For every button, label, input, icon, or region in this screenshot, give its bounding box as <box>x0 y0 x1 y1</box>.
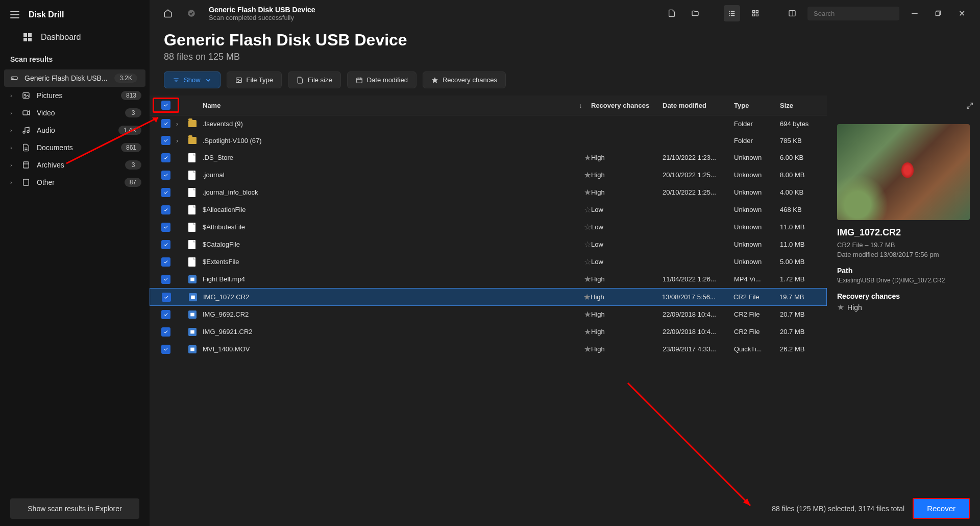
size-value: 26.2 MB <box>780 345 821 353</box>
sidebar-dashboard[interactable]: Dashboard <box>0 26 150 49</box>
sidebar-device-item[interactable]: Generic Flash Disk USB... 3.2K <box>4 69 145 87</box>
type-value: Unknown <box>734 188 780 196</box>
rc-value: High <box>847 303 862 312</box>
col-name[interactable]: Name <box>203 102 579 109</box>
row-checkbox[interactable] <box>161 345 170 354</box>
svg-rect-0 <box>11 77 17 79</box>
table-row[interactable]: $CatalogFile ☆ Low Unknown 11.0 MB <box>150 236 827 253</box>
row-checkbox[interactable] <box>161 327 170 337</box>
recovery-filter[interactable]: Recovery chances <box>423 71 506 88</box>
expand-icon[interactable]: › <box>176 137 178 145</box>
search-box[interactable] <box>807 7 899 20</box>
menu-icon[interactable] <box>10 11 19 18</box>
table-row[interactable]: IMG_9692.CR2 ★ High 22/09/2018 10:4... C… <box>150 306 827 323</box>
document-icon <box>188 153 195 162</box>
maximize-button[interactable] <box>930 5 946 21</box>
row-checkbox[interactable] <box>161 153 170 162</box>
show-filter-button[interactable]: Show <box>164 71 220 88</box>
media-file-icon <box>188 310 197 319</box>
sidebar-footer: Show scan results in Explorer <box>0 491 150 526</box>
table-row[interactable]: .DS_Store ★ High 21/10/2022 1:23... Unkn… <box>150 149 827 166</box>
row-checkbox[interactable] <box>161 136 170 145</box>
table-row[interactable]: MVI_1400.MOV ★ High 23/09/2017 4:33... Q… <box>150 341 827 358</box>
sidebar-category-audio[interactable]: › Audio 1.4K <box>0 122 150 139</box>
recover-button[interactable]: Recover <box>913 498 970 519</box>
row-checkbox[interactable] <box>161 205 170 214</box>
type-value: Unknown <box>734 258 780 266</box>
file-name: IMG_9692.CR2 <box>203 310 579 318</box>
file-icon[interactable] <box>664 5 680 21</box>
grid-view-icon[interactable] <box>747 5 764 21</box>
expand-icon[interactable]: › <box>176 120 178 128</box>
show-label: Show <box>184 76 201 84</box>
date-value: 13/08/2017 5:56... <box>662 293 733 301</box>
table-row[interactable]: IMG_1072.CR2 ★ High 13/08/2017 5:56... C… <box>150 288 827 306</box>
table-row[interactable]: › .Spotlight-V100 (67) Folder 785 KB <box>150 132 827 149</box>
category-label: Pictures <box>37 91 115 100</box>
size-value: 5.00 MB <box>780 258 821 266</box>
row-checkbox[interactable] <box>161 119 170 128</box>
table-row[interactable]: Fight Bell.mp4 ★ High 11/04/2022 1:26...… <box>150 271 827 288</box>
show-in-explorer-button[interactable]: Show scan results in Explorer <box>10 498 139 519</box>
document-icon <box>188 188 195 197</box>
table-row[interactable]: $ExtentsFile ☆ Low Unknown 5.00 MB <box>150 253 827 271</box>
chevron-right-icon: › <box>10 179 15 185</box>
row-checkbox[interactable] <box>161 188 170 197</box>
table-row[interactable]: .journal_info_block ★ High 20/10/2022 1:… <box>150 184 827 201</box>
size-value: 19.7 MB <box>779 293 820 301</box>
table-row[interactable]: IMG_96921.CR2 ★ High 22/09/2018 10:4... … <box>150 323 827 341</box>
row-checkbox[interactable] <box>161 223 170 232</box>
date-filter[interactable]: Date modified <box>347 71 416 88</box>
media-file-icon <box>189 293 197 301</box>
file-name: .fseventsd (9) <box>203 120 579 128</box>
svg-rect-12 <box>23 179 29 185</box>
expand-icon[interactable] <box>966 102 974 112</box>
svg-rect-24 <box>789 11 795 16</box>
col-recovery[interactable]: Recovery chances <box>591 102 663 109</box>
file-type-filter[interactable]: File Type <box>227 71 282 88</box>
sidebar-category-documents[interactable]: › Documents 861 <box>0 139 150 156</box>
sidebar-category-other[interactable]: › Other 87 <box>0 174 150 191</box>
sort-icon[interactable]: ↓ <box>579 102 591 109</box>
topbar-title-group: Generic Flash Disk USB Device Scan compl… <box>209 6 315 21</box>
table-row[interactable]: $AllocationFile ☆ Low Unknown 468 KB <box>150 201 827 219</box>
device-label: Generic Flash Disk USB... <box>24 74 108 82</box>
close-button[interactable]: ✕ <box>953 5 970 21</box>
table-row[interactable]: › .fseventsd (9) Folder 694 bytes <box>150 115 827 132</box>
col-type[interactable]: Type <box>734 102 780 109</box>
recovery-value: High <box>591 328 663 336</box>
panel-icon[interactable] <box>784 5 800 21</box>
recovery-value: High <box>591 345 663 353</box>
table-row[interactable]: $AttributesFile ☆ Low Unknown 11.0 MB <box>150 219 827 236</box>
svg-rect-20 <box>753 11 755 13</box>
svg-rect-18 <box>729 15 730 16</box>
table-header: Name ↓ Recovery chances Date modified Ty… <box>150 95 827 115</box>
svg-rect-40 <box>190 277 194 281</box>
row-checkbox[interactable] <box>161 240 170 249</box>
row-checkbox[interactable] <box>161 257 170 267</box>
star-icon: ★ <box>583 293 591 301</box>
minimize-button[interactable]: ─ <box>906 5 923 21</box>
preview-recovery: ★ High <box>837 302 970 312</box>
file-size-filter[interactable]: File size <box>288 71 341 88</box>
type-value: CR2 File <box>733 293 779 301</box>
row-checkbox[interactable] <box>162 293 171 302</box>
col-date[interactable]: Date modified <box>663 102 734 109</box>
home-icon[interactable] <box>160 5 176 21</box>
table-area: Name ↓ Recovery chances Date modified Ty… <box>150 95 827 491</box>
sidebar-category-archives[interactable]: › Archives 3 <box>0 156 150 174</box>
search-input[interactable] <box>814 10 899 17</box>
sidebar-category-pictures[interactable]: › Pictures 813 <box>0 87 150 104</box>
row-checkbox[interactable] <box>161 275 170 284</box>
folder-icon[interactable] <box>687 5 703 21</box>
sidebar-header: Disk Drill <box>0 4 150 26</box>
chevron-right-icon: › <box>10 145 15 151</box>
row-checkbox[interactable] <box>161 171 170 180</box>
sidebar-category-video[interactable]: › Video 3 <box>0 104 150 122</box>
svg-point-1 <box>13 78 13 78</box>
list-view-icon[interactable] <box>724 5 740 21</box>
table-row[interactable]: .journal ★ High 20/10/2022 1:25... Unkno… <box>150 166 827 184</box>
category-icon <box>21 144 31 151</box>
col-size[interactable]: Size <box>780 102 821 109</box>
row-checkbox[interactable] <box>161 310 170 319</box>
